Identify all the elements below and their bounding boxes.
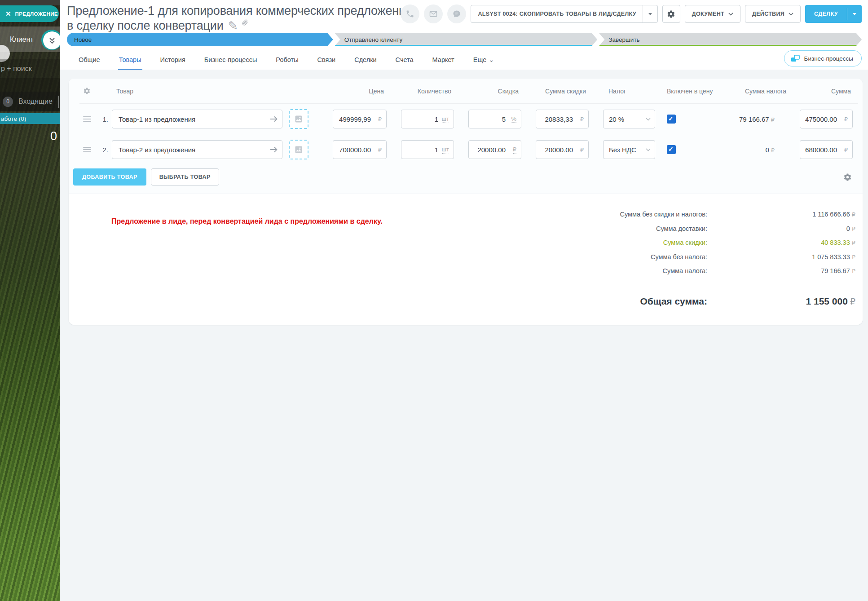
col-header-price: Цена: [337, 88, 391, 95]
tax-included-checkbox[interactable]: [667, 115, 676, 124]
tab-products[interactable]: Товары: [118, 52, 142, 70]
background-page-strip: ✕ ПРЕДЛОЖЕНИЕ Клиент р + поиск 0 Входящи…: [0, 0, 60, 601]
tab-invoices[interactable]: Счета: [395, 52, 414, 70]
unit-suffix[interactable]: шт: [442, 115, 449, 123]
automation-rule-button[interactable]: ALSYST 0024: СКОПИРОВАТЬ ТОВАРЫ В ЛИД/СД…: [471, 5, 658, 23]
product-name-input[interactable]: [112, 140, 282, 159]
discount-unit-suffix[interactable]: ₽: [513, 146, 516, 154]
tab-business-processes[interactable]: Бизнес-процессы: [203, 52, 258, 70]
search-text: р + поиск: [1, 65, 32, 73]
add-product-button[interactable]: ДОБАВИТЬ ТОВАР: [73, 168, 146, 186]
chevron-down-icon: [728, 13, 733, 16]
deal-button-caret[interactable]: [847, 13, 862, 15]
col-header-product: Товар: [116, 88, 287, 95]
drag-handle[interactable]: [83, 146, 91, 154]
close-slider-button[interactable]: ✕ ПРЕДЛОЖЕНИЕ: [0, 5, 59, 22]
actions-button-label: ДЕЙСТВИЯ: [752, 11, 784, 17]
summary-row: Сумма доставки: 0₽: [656, 222, 855, 236]
select-product-button[interactable]: ВЫБРАТЬ ТОВАР: [151, 168, 219, 186]
chevron-down-icon: ⌄: [489, 56, 494, 63]
sum-input[interactable]: [800, 110, 853, 128]
stage-label: Новое: [74, 36, 92, 43]
table-settings-button[interactable]: [843, 173, 852, 181]
summary-value: 1 116 666.66₽: [707, 208, 855, 222]
drag-handle[interactable]: [83, 115, 91, 123]
divider-band: [0, 78, 60, 92]
currency-suffix: ₽: [852, 254, 855, 261]
grand-total-value: 1 155 000₽: [707, 296, 855, 307]
conversion-note: Предложение в лиде, перед конвертацией л…: [111, 217, 383, 225]
call-button[interactable]: [401, 4, 419, 23]
open-product-icon[interactable]: [270, 146, 278, 153]
email-button[interactable]: [424, 4, 443, 23]
discount-sum-input[interactable]: [536, 140, 589, 159]
gear-icon: [83, 87, 91, 95]
document-button-label: ДОКУМЕНТ: [692, 11, 724, 17]
summary-label: Сумма без скидки и налогов:: [620, 208, 707, 221]
discount-unit-suffix[interactable]: %: [511, 115, 516, 123]
caret-down-icon: [648, 13, 652, 15]
stage-row-in-work[interactable]: аботе (0): [0, 113, 60, 124]
collapse-button[interactable]: [43, 31, 60, 49]
currency-suffix: ₽: [852, 225, 855, 232]
tax-select[interactable]: 20 %: [603, 110, 655, 128]
row-index: 2.: [100, 146, 112, 154]
copy-link-icon[interactable]: [242, 19, 248, 34]
summary-value: 0₽: [707, 222, 855, 236]
settings-button[interactable]: [662, 5, 680, 23]
tab-general[interactable]: Общие: [78, 52, 101, 70]
product-name-input[interactable]: [112, 110, 282, 128]
image-icon: [294, 115, 303, 124]
tab-market[interactable]: Маркет: [432, 52, 455, 70]
document-button[interactable]: ДОКУМЕНТ: [685, 5, 740, 23]
currency-suffix: ₽: [852, 268, 855, 274]
tax-select-value: 20 %: [609, 115, 624, 123]
tab-robots[interactable]: Роботы: [275, 52, 299, 70]
products-table: Товар Цена Количество Скидка Сумма скидк…: [69, 79, 863, 194]
summary-row: Сумма без налога: 1 075 833.33₽: [651, 250, 855, 265]
stage-bar: Новое Отправлено клиенту Завершить: [67, 33, 862, 46]
col-header-discount-sum: Сумма скидки: [540, 88, 593, 95]
currency-suffix: ₽: [852, 239, 855, 246]
sum-input[interactable]: [800, 140, 853, 159]
tab-more[interactable]: Еще⌄: [472, 52, 495, 70]
tax-sum-number: 0: [765, 146, 769, 154]
unit-suffix[interactable]: шт: [442, 146, 449, 154]
col-header-tax-included: Включен в цену: [667, 88, 737, 95]
tab-history[interactable]: История: [159, 52, 186, 70]
counter-row-inbox[interactable]: 0 Входящие: [0, 92, 60, 111]
summary-number: 79 166.67: [821, 267, 850, 274]
tab-relations[interactable]: Связи: [317, 52, 337, 70]
business-process-chip[interactable]: Бизнес-процессы: [784, 50, 862, 66]
close-icon[interactable]: ✕: [5, 10, 11, 17]
stage-label: Отправлено клиенту: [344, 36, 403, 43]
tax-included-checkbox[interactable]: [667, 145, 676, 154]
price-input[interactable]: [333, 110, 387, 128]
col-header-tax-sum: Сумма налога: [737, 88, 786, 95]
tab-deals[interactable]: Сделки: [353, 52, 377, 70]
caret-down-icon: [853, 13, 856, 15]
open-product-icon[interactable]: [270, 116, 278, 122]
collapse-icon: [48, 37, 56, 44]
tax-select[interactable]: Без НДС: [603, 140, 655, 159]
convert-to-deal-button[interactable]: СДЕЛКУ: [805, 5, 862, 23]
product-image-placeholder[interactable]: [289, 109, 308, 129]
discount-sum-input[interactable]: [536, 110, 589, 128]
table-columns-settings-button[interactable]: [83, 87, 91, 95]
chat-button[interactable]: [447, 4, 466, 23]
col-header-tax: Налог: [608, 88, 660, 95]
currency-suffix: ₽: [850, 297, 855, 306]
search-bar[interactable]: р + поиск: [0, 59, 60, 78]
automation-rule-caret[interactable]: [643, 5, 657, 22]
chevron-down-icon: [646, 148, 651, 151]
phone-icon: [405, 9, 414, 18]
stage-finish[interactable]: Завершить: [599, 33, 862, 46]
summary-label: Сумма налога:: [663, 264, 707, 278]
price-input[interactable]: [333, 140, 387, 159]
stage-sent-to-client[interactable]: Отправлено клиенту: [335, 33, 598, 46]
edit-title-icon[interactable]: ✎: [228, 19, 238, 34]
product-image-placeholder[interactable]: [289, 140, 308, 159]
actions-button[interactable]: ДЕЙСТВИЯ: [745, 5, 801, 23]
stage-new[interactable]: Новое: [67, 33, 333, 46]
products-table-header: Товар Цена Количество Скидка Сумма скидк…: [79, 79, 858, 104]
